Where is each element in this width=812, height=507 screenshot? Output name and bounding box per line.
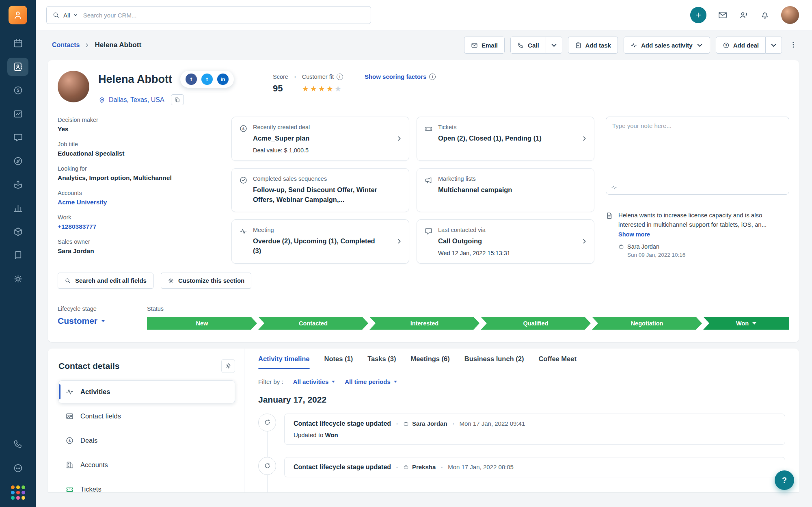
lifecycle-stage-dropdown[interactable]: Customer [58,316,129,326]
ticket-icon [424,124,433,154]
user-avatar[interactable] [781,6,799,24]
card-sub: Wed 12 Jan, 2022 15:13:31 [438,250,510,256]
call-dropdown-button[interactable] [546,37,562,54]
marketing-lists-card[interactable]: Marketing lists Multichannel campaign [417,168,594,212]
search-icon [65,277,71,284]
add-task-button[interactable]: Add task [568,37,618,54]
tickets-card[interactable]: Tickets Open (2), Closed (1), Pending (1… [417,117,594,161]
timeline-event-card[interactable]: Contact lifecycle stage updated • Sara J… [284,414,785,445]
contact-identity: Helena Abbott f t in Dallas, Texas, USA [98,71,234,105]
last-contacted-card[interactable]: Last contacted via Call Outgoing Wed 12 … [417,219,594,264]
timeline-event-card[interactable]: Contact lifecycle stage updated • Preksh… [284,457,785,477]
freshworks-switcher-icon[interactable] [9,483,28,502]
filter-row: Filter by : All activities All time peri… [258,378,785,385]
sidebar-reports-icon[interactable] [7,199,28,217]
stage-negotiation[interactable]: Negotiation [592,317,702,330]
sidebar-item-accounts[interactable]: Accounts [58,453,235,477]
deal-dollar-icon: $ [65,436,74,445]
info-icon[interactable]: i [337,74,343,80]
quick-add-button[interactable] [690,7,706,23]
sidebar-campaigns-icon[interactable] [7,152,28,170]
search-scope-label: All [63,12,70,19]
show-scoring-factors-link[interactable]: Show scoring factors i [365,73,436,80]
add-deal-dropdown-button[interactable] [766,37,782,54]
search-edit-fields-button[interactable]: Search and edit all fields [58,273,153,289]
time-period-filter-dropdown[interactable]: All time periods [345,378,397,385]
activity-tabs: Activity timeline Notes (1) Tasks (3) Me… [258,349,785,369]
sidebar-calendar-icon[interactable] [7,34,28,52]
sidebar-item-contact-fields[interactable]: Contact fields [58,405,235,428]
sidebar-contacts-icon[interactable] [7,58,28,76]
event-author-name: Sara Jordan [412,420,447,427]
global-search[interactable]: All [46,6,371,24]
customize-section-button[interactable]: Customize this section [161,273,251,289]
chevron-down-icon [752,322,756,325]
card-main: Multichannel campaign [438,185,512,195]
breadcrumb-contacts-link[interactable]: Contacts [52,41,80,49]
stage-new[interactable]: New [147,317,257,330]
chevron-right-icon[interactable] [581,238,587,245]
lifecycle-stage-label: Lifecycle stage [58,306,129,312]
briefcase-icon [403,464,409,470]
sidebar-outbound-icon[interactable] [7,176,28,194]
show-more-link[interactable]: Show more [618,231,650,238]
email-button[interactable]: Email [464,37,505,54]
more-actions-kebab-icon[interactable] [788,39,799,52]
copy-icon[interactable] [171,94,184,105]
linkedin-icon[interactable]: in [217,74,229,85]
sidebar-phone-icon[interactable] [7,435,28,453]
stage-qualified[interactable]: Qualified [481,317,591,330]
note-text: Helena wants to increase license capacit… [618,211,789,229]
sidebar-deals-icon[interactable]: $ [7,81,28,100]
tab-tasks[interactable]: Tasks (3) [367,355,396,369]
stage-interested[interactable]: Interested [369,317,479,330]
meeting-card[interactable]: Meeting Overdue (2), Upcoming (1), Compl… [231,219,409,264]
add-deal-button[interactable]: $ Add deal [716,37,766,54]
sidebar-item-tickets[interactable]: Tickets [58,478,235,492]
contact-details-settings-gear-icon[interactable] [221,359,235,373]
notifications-bell-icon[interactable] [760,10,770,20]
customize-section-label: Customize this section [178,277,244,284]
tab-notes[interactable]: Notes (1) [324,355,353,369]
announcements-icon[interactable] [739,10,749,20]
help-button[interactable]: ? [775,470,794,490]
facebook-icon[interactable]: f [186,74,197,85]
stage-contacted[interactable]: Contacted [258,317,368,330]
sidebar-conversations-icon[interactable] [7,128,28,147]
note-input[interactable] [612,122,783,182]
tab-business-lunch[interactable]: Business lunch (2) [464,355,524,369]
email-inbox-icon[interactable] [718,10,728,20]
add-sales-activity-button[interactable]: Add sales activity [624,37,710,54]
sidebar-support-chat-icon[interactable] [7,459,28,477]
twitter-icon[interactable]: t [201,74,213,85]
sidebar-products-icon[interactable] [7,223,28,241]
tab-coffee-meet[interactable]: Coffee Meet [538,355,577,369]
chevron-right-icon[interactable] [581,136,587,142]
timeline: Contact lifecycle stage updated • Sara J… [258,414,785,477]
card-title: Recently created deal [253,124,310,130]
call-button[interactable]: Call [510,37,546,54]
tab-activity-timeline[interactable]: Activity timeline [258,355,310,369]
chevron-right-icon[interactable] [396,136,402,142]
recent-deal-card[interactable]: $ Recently created deal Acme_Super plan … [231,117,409,161]
sidebar-item-deals[interactable]: $ Deals [58,429,235,452]
lifecycle-stage-value: Customer [58,316,97,326]
search-input[interactable] [83,12,365,19]
activities-filter-dropdown[interactable]: All activities [293,378,335,385]
add-sales-activity-label: Add sales activity [641,42,693,49]
sidebar-documents-icon[interactable] [7,246,28,264]
timeline-event: Contact lifecycle stage updated • Preksh… [258,457,785,477]
sidebar-item-activities[interactable]: Activities [58,380,235,403]
work-phone-link[interactable]: +1280383777 [58,223,220,230]
stage-won-dropdown[interactable]: Won [703,317,789,330]
search-scope-selector[interactable]: All [63,12,78,19]
sales-sequences-card[interactable]: Completed sales sequences Follow-up, Sen… [231,168,409,212]
tab-meetings[interactable]: Meetings (6) [410,355,449,369]
sidebar-analytics-icon[interactable] [7,105,28,123]
contact-location[interactable]: Dallas, Texas, USA [109,96,164,104]
freshsales-logo[interactable] [9,6,27,24]
chevron-right-icon[interactable] [396,238,402,245]
sidebar-settings-icon[interactable] [7,270,28,288]
contact-header: Helena Abbott f t in Dallas, Texas, USA [58,71,789,105]
account-link[interactable]: Acme University [58,199,220,206]
